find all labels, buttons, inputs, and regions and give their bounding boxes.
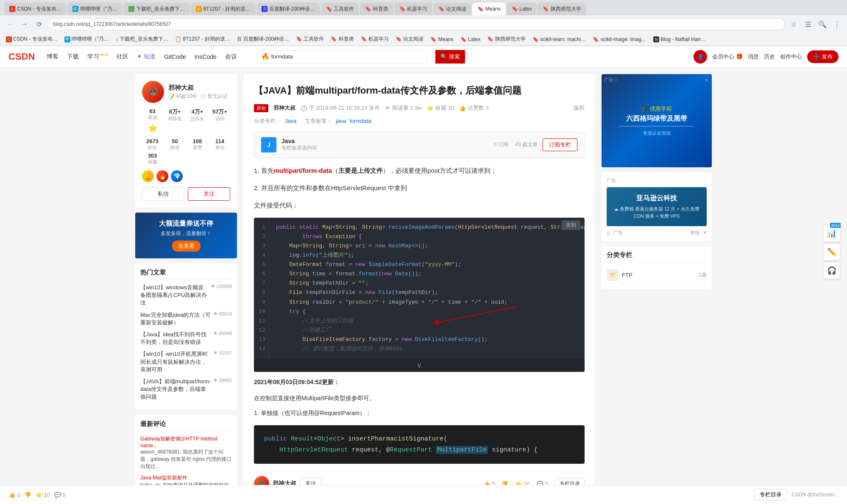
publish-button[interactable]: ➕ 发布	[807, 50, 839, 63]
subscribe-column-button[interactable]: 订阅专栏	[543, 138, 577, 151]
browser-chrome: C CSDN - 专业发布… 哔 哔哩哔哩（"乃… ↓ 下载吧_音乐免费下… 8…	[0, 0, 847, 46]
bookmark-csdn[interactable]: C CSDN - 专业发布…	[4, 35, 59, 44]
bookmark-science[interactable]: 🔖 科普类	[329, 35, 355, 44]
list-item[interactable]: Mac完全卸载idea的方法（可重新安装破解） 👁83616	[140, 311, 232, 327]
tab-8t[interactable]: 8 8T1207 - 好用的逆…	[191, 3, 256, 15]
meta-author[interactable]: 邪神大叔	[273, 104, 295, 112]
nav-download[interactable]: 下载	[64, 51, 82, 62]
category-tag[interactable]: Java	[285, 118, 296, 124]
nav-blog[interactable]: 博客	[43, 51, 62, 62]
bookmark-skimage[interactable]: 🔖 scikit-image: Imag…	[591, 36, 648, 43]
tab-ml[interactable]: 🔖 机器学习	[394, 3, 432, 15]
zoom-btn[interactable]: 🔍	[816, 18, 828, 30]
tab-csdn[interactable]: C CSDN - 专业发布…	[4, 3, 67, 15]
footer-bar-comment-count: 5	[63, 492, 66, 498]
ftp-icon: 📁	[607, 269, 619, 281]
floating-tool-edit[interactable]: ✏️	[823, 244, 840, 260]
bookmark-means[interactable]: 🔖 Means	[429, 36, 455, 43]
search-input[interactable]	[271, 53, 423, 60]
sidebar-ad-banner[interactable]: 大额流量券送不停 多发多得，流量翻倍！ 去查看	[135, 213, 237, 258]
tag-java[interactable]: java	[336, 118, 346, 124]
list-item[interactable]: 【Java】idea找不到符号找不到类，但是却没有错误 👁66948	[140, 331, 232, 346]
search-button[interactable]: 🔍 搜索	[435, 50, 465, 64]
report-link[interactable]: 举报	[690, 230, 699, 236]
list-item[interactable]: 【win10】windows音频设备图形隔离占CPU高解决办法 👁100608	[140, 284, 232, 307]
footer-bar-catalog-button[interactable]: 专栏目录	[754, 489, 787, 501]
star-icon-meta: ⭐	[427, 105, 434, 111]
footer-bar-comment[interactable]: 💬 5	[54, 492, 66, 498]
list-item[interactable]: 【win10】win10开机黑屏时间长或只有鼠标解决办法，亲测可用 👁31537	[140, 350, 232, 374]
nav-conference[interactable]: 会议	[222, 51, 240, 62]
member-btn[interactable]: 会员中心 🎁	[712, 53, 743, 61]
tab-tools[interactable]: 🔖 工具软件	[321, 3, 359, 15]
list-item[interactable]: Gateway加解密偶尔HTTP method name... weixin_4…	[140, 435, 232, 470]
bookmark-papers[interactable]: 🔖 论文阅读	[394, 35, 425, 44]
private-message-button[interactable]: 私信	[142, 187, 184, 201]
nav-community[interactable]: 社区	[113, 51, 132, 62]
bookmark-ml[interactable]: 🔖 机器学习	[359, 35, 390, 44]
tab-science[interactable]: 🔖 科普类	[360, 3, 393, 15]
article-views-2: 👁66948	[213, 331, 232, 336]
floating-tool-chart[interactable]: 📊	[823, 225, 840, 242]
ad-close-button[interactable]: ✕	[704, 77, 709, 83]
version-button[interactable]: 版权	[574, 104, 585, 112]
keyword-formdata: multipart/form-data	[274, 167, 332, 174]
author-info: 🐻 邪神大叔 📝 码龄10年 🛡 暂无认证	[142, 81, 230, 103]
author-verified: 暂无认证	[207, 93, 228, 100]
bookmark-download[interactable]: ↓ 下载吧_音乐免费下…	[114, 35, 170, 44]
bookmark-tools[interactable]: 🔖 工具软件	[294, 35, 326, 44]
back-button[interactable]: ←	[4, 18, 16, 30]
follow-author-button[interactable]: 关注	[188, 187, 230, 201]
bookmark-label-papers: 🔖 论文阅读	[396, 36, 424, 43]
tab-means[interactable]: 🔖 Means	[472, 3, 505, 15]
list-item[interactable]: 📁 FTP 1篇	[607, 266, 707, 284]
bookmark-star[interactable]: ☆	[788, 18, 800, 30]
ad-image[interactable]: 🎓 优惠学苑 六西格玛绿带及黑带 专业认证培训	[602, 74, 712, 167]
extensions-btn[interactable]: ☰	[802, 18, 814, 30]
nav-learn[interactable]: 学习NEW	[84, 51, 111, 62]
tab-bilibili[interactable]: 哔 哔哩哔哩（"乃…	[67, 3, 123, 15]
bookmark-bilibili[interactable]: 哔 哔哩哔哩（"乃…	[63, 35, 111, 44]
tab-latex[interactable]: 🔖 Latex	[507, 3, 537, 15]
close-ad-button[interactable]: ✕	[703, 230, 707, 235]
main-content: 🐻 邪神大叔 📝 码龄10年 🛡 暂无认证 63	[127, 67, 720, 504]
badge-blue: 💎	[171, 170, 183, 182]
hot-articles-title: 热门文章	[140, 269, 232, 280]
tab-papers[interactable]: 🔖 论文阅读	[433, 3, 471, 15]
expand-code-button[interactable]: ∨	[254, 359, 585, 372]
amazon-ad-content[interactable]: 亚马逊云科技 ☁ 免费领 香港云服务器 12 月 + 永久免费 CDN 服务 +…	[607, 187, 707, 226]
csdn-logo[interactable]: CSDN	[8, 51, 35, 62]
tab-download[interactable]: ↓ 下载吧_音乐免费下…	[123, 3, 190, 15]
nav-zhidao[interactable]: ✦ 知道	[134, 51, 159, 62]
nav-inscode[interactable]: InsCode	[191, 52, 220, 62]
header-search[interactable]: 🔥	[257, 50, 427, 64]
header-nav: 博客 下载 学习NEW 社区 ✦ 知道 GitCode InsCode 会议	[43, 51, 240, 62]
create-btn[interactable]: 创作中心	[780, 53, 802, 61]
tag-formdata[interactable]: formdata	[349, 118, 371, 124]
stat-liked-label: 获赞	[193, 144, 202, 151]
footer-bar-like[interactable]: 👍 3	[8, 492, 20, 498]
bookmark-8t[interactable]: 📋 8T1207 - 好用的逆…	[173, 35, 232, 44]
list-item[interactable]: 【JAVA】前端multipart/form-data传文件及参数，后端拿值问题…	[140, 378, 232, 401]
bookmark-baidu[interactable]: 百 百度翻译-200种语…	[235, 35, 291, 44]
menu-btn[interactable]: ⋮	[831, 18, 843, 30]
ad-banner-button[interactable]: 去查看	[172, 241, 201, 252]
bookmark-latex[interactable]: 🔖 Latex	[459, 36, 482, 43]
copy-button[interactable]: 复制	[562, 220, 580, 230]
messages-btn[interactable]: 消息	[748, 53, 759, 61]
forward-button[interactable]: →	[19, 18, 31, 30]
nav-gitcode[interactable]: GitCode	[161, 52, 189, 62]
history-btn[interactable]: 历史	[764, 53, 775, 61]
bookmark-sklearn[interactable]: 🔖 scikit-learn: machi…	[531, 36, 588, 43]
author-details: 邪神大叔 📝 码龄10年 🛡 暂无认证	[168, 84, 228, 100]
address-bar[interactable]: blog.csdn.net/qq_17213067/article/detail…	[47, 18, 785, 30]
reload-button[interactable]: ⟳	[33, 18, 45, 30]
user-avatar[interactable]: 👤	[694, 50, 707, 64]
footer-bar-star[interactable]: ⭐ 10	[35, 492, 50, 498]
footer-bar-dislike[interactable]: 👎	[24, 492, 31, 498]
bookmark-naftali[interactable]: N Blog - Naftali Harr…	[652, 36, 708, 43]
tab-baidu[interactable]: 百 百度翻译-200种语…	[256, 3, 320, 15]
floating-tool-audio[interactable]: 🎧	[823, 262, 840, 279]
tab-snnu[interactable]: 🔖 陕西师范大学	[538, 3, 586, 15]
bookmark-snnu[interactable]: 🔖 陕西师范大学	[485, 35, 527, 44]
